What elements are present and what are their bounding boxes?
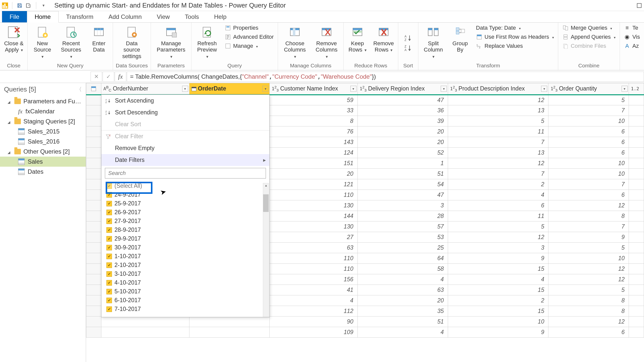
manage-button[interactable]: Manage (223, 42, 275, 50)
checkbox-icon[interactable]: ✔ (106, 236, 112, 242)
tab-help[interactable]: Help (207, 11, 234, 22)
query-item-sales2015[interactable]: Sales_2015 (0, 126, 86, 137)
checkbox-icon[interactable]: ✔ (106, 245, 112, 250)
checkbox-icon[interactable]: ✔ (106, 218, 112, 224)
checkbox-icon[interactable]: ✔ (106, 271, 112, 277)
query-item-dates[interactable]: Dates (0, 167, 86, 177)
tab-tools[interactable]: Tools (177, 11, 207, 22)
query-group-staging[interactable]: Staging Queries [2] (0, 116, 86, 126)
merge-queries-button[interactable]: Merge Queries (561, 24, 617, 32)
filter-check-item[interactable]: ✔7-10-2017 (105, 305, 266, 313)
checkbox-icon[interactable]: ✔ (106, 201, 112, 206)
data-type-button[interactable]: Data Type: Date (474, 24, 555, 32)
replace-values-button[interactable]: 12Replace Values (474, 42, 555, 50)
properties-button[interactable]: Properties (223, 24, 275, 32)
append-queries-button[interactable]: Append Queries (561, 33, 617, 41)
column-header-partial[interactable]: 1.2 (629, 83, 644, 95)
column-header-customer[interactable]: 123Customer Name Index ▾ (270, 83, 358, 95)
checkbox-icon[interactable]: ✔ (106, 262, 112, 268)
column-header-orderdate[interactable]: OrderDate ▾ (189, 83, 270, 95)
checkbox-icon[interactable]: ✔ (106, 227, 112, 233)
filter-check-item[interactable]: ✔5-10-2017 (105, 287, 266, 296)
manage-parameters-button[interactable]: Manage Parameters (153, 24, 189, 60)
tab-view[interactable]: View (149, 11, 177, 22)
query-item-sales2016[interactable]: Sales_2016 (0, 137, 86, 147)
filter-check-item[interactable]: ✔6-10-2017 (105, 296, 266, 305)
filter-check-item[interactable]: ✔2-10-2017 (105, 261, 266, 269)
sort-descending-button[interactable]: ZA (404, 44, 412, 52)
vision-button[interactable]: ◉Vis (622, 33, 641, 41)
remove-rows-button[interactable]: Remove Rows (372, 24, 395, 54)
checkbox-icon[interactable]: ✔ (106, 306, 112, 312)
query-item-fxcalendar[interactable]: fxfxCalendar (0, 106, 86, 116)
sort-ascending-item[interactable]: AZSort Ascending (101, 95, 269, 107)
column-dropdown-icon[interactable]: ▾ (262, 86, 268, 92)
data-source-settings-button[interactable]: Data source settings (115, 24, 148, 60)
tab-add-column[interactable]: Add Column (101, 11, 149, 22)
checkbox-icon[interactable]: ✔ (106, 192, 112, 198)
filter-search[interactable] (105, 168, 266, 178)
qat-customize-icon[interactable]: ▾ (40, 2, 47, 9)
filter-check-item[interactable]: ✔25-9-2017 (105, 199, 266, 208)
filter-check-select-all[interactable]: ✔(Select All) (105, 182, 266, 190)
column-dropdown-icon[interactable]: ▾ (441, 86, 447, 92)
undo-dropdown-icon[interactable] (25, 2, 32, 9)
sort-descending-item[interactable]: ZASort Descending (101, 107, 269, 118)
table-row[interactable]: 90511012 (86, 316, 644, 327)
column-header-region[interactable]: 123Delivery Region Index ▾ (357, 83, 448, 95)
keep-rows-button[interactable]: Keep Rows (346, 24, 369, 54)
checkbox-icon[interactable]: ✔ (106, 254, 112, 259)
filter-check-item[interactable]: ✔29-9-2017 (105, 234, 266, 243)
checkbox-icon[interactable]: ✔ (106, 289, 112, 294)
tab-transform[interactable]: Transform (59, 11, 101, 22)
query-group-parameters[interactable]: Parameters and Fu… (0, 96, 86, 106)
advanced-editor-button[interactable]: Advanced Editor (223, 33, 275, 41)
filter-scrollbar[interactable]: ▴ (263, 183, 269, 317)
refresh-preview-button[interactable]: Refresh Preview (194, 24, 220, 60)
choose-columns-button[interactable]: Choose Columns (280, 24, 309, 60)
date-filters-item[interactable]: Date Filters (101, 154, 269, 166)
checkbox-icon[interactable]: ✔ (106, 298, 112, 303)
maximize-icon[interactable] (636, 3, 642, 8)
table-row[interactable]: 109496 (86, 327, 644, 338)
azure-ml-button[interactable]: AAz (622, 42, 641, 50)
queries-header[interactable]: Queries [5]〈 (0, 84, 86, 95)
row-column-corner[interactable] (86, 83, 101, 95)
filter-check-item[interactable]: ✔3-10-2017 (105, 269, 266, 278)
sort-ascending-button[interactable]: AZ (404, 34, 412, 42)
filter-check-item[interactable]: ✔1-10-2017 (105, 252, 266, 261)
checkbox-icon[interactable]: ✔ (106, 210, 112, 215)
collapse-queries-icon[interactable]: 〈 (76, 86, 82, 93)
new-source-button[interactable]: ★ New Source (30, 24, 55, 60)
column-dropdown-icon[interactable]: ▾ (182, 86, 188, 92)
filter-check-item[interactable]: ✔4-10-2017 (105, 278, 266, 287)
column-dropdown-icon[interactable]: ▾ (350, 86, 356, 92)
column-header-product[interactable]: 123Product Description Index ▾ (448, 83, 548, 95)
filter-check-item[interactable]: ✔24-9-2017 (105, 190, 266, 199)
filter-search-input[interactable] (105, 168, 266, 178)
checkbox-icon[interactable]: ✔ (106, 280, 112, 286)
close-apply-button[interactable]: Close & Apply (3, 24, 25, 54)
group-by-button[interactable]: Group By (449, 24, 471, 54)
text-analytics-button[interactable]: ≡Te (622, 24, 641, 32)
fx-icon[interactable]: fx (115, 72, 126, 82)
query-item-sales[interactable]: Sales (0, 157, 86, 167)
combine-files-button[interactable]: Combine Files (561, 42, 617, 50)
remove-empty-item[interactable]: Remove Empty (101, 142, 269, 154)
column-dropdown-icon[interactable]: ▾ (622, 86, 628, 92)
filter-check-item[interactable]: ✔30-9-2017 (105, 243, 266, 252)
scrollbar-thumb[interactable] (263, 194, 269, 212)
formula-input[interactable]: = Table.RemoveColumns( ChangeDates,{"Cha… (127, 72, 644, 82)
enter-data-button[interactable]: Enter Data (88, 24, 110, 54)
tab-home[interactable]: Home (27, 11, 59, 23)
filter-check-item[interactable]: ✔26-9-2017 (105, 208, 266, 217)
save-icon[interactable] (16, 2, 23, 9)
formula-confirm-button[interactable]: ✓ (103, 72, 114, 82)
filter-check-item[interactable]: ✔27-9-2017 (105, 217, 266, 225)
remove-columns-button[interactable]: Remove Columns (312, 24, 341, 60)
column-header-quantity[interactable]: 123Order Quantity ▾ (548, 83, 629, 95)
column-dropdown-icon[interactable]: ▾ (541, 86, 547, 92)
formula-cancel-button[interactable]: ✕ (91, 72, 102, 82)
column-header-ordernumber[interactable]: ABCOrderNumber ▾ (101, 83, 189, 95)
query-group-other[interactable]: Other Queries [2] (0, 147, 86, 157)
